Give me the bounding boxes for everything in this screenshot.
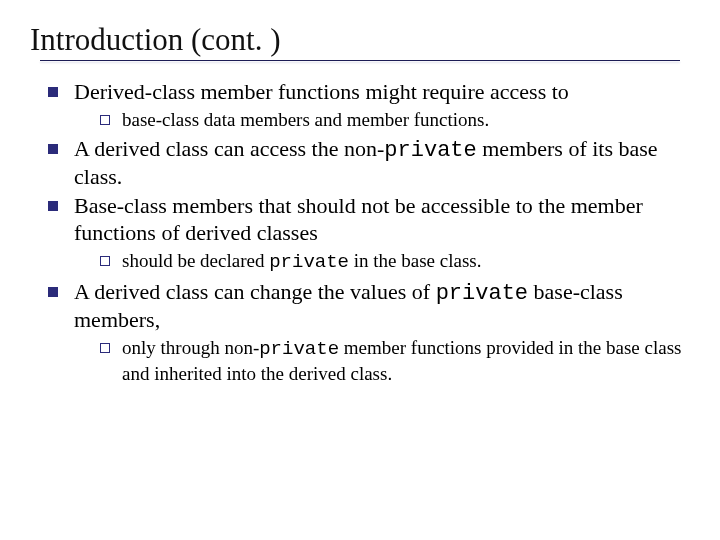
title-underline (40, 60, 680, 61)
bullet-1-sublist: base-class data members and member funct… (74, 108, 690, 132)
bullet-3-sub-1-code: private (269, 251, 349, 273)
bullet-3-sub-1-pre: should be declared (122, 250, 269, 271)
bullet-3: Base-class members that should not be ac… (44, 193, 690, 274)
bullet-1: Derived-class member functions might req… (44, 79, 690, 132)
slide: Introduction (cont. ) Derived-class memb… (0, 0, 720, 540)
title-block: Introduction (cont. ) (30, 22, 690, 61)
bullet-4-pre: A derived class can change the values of (74, 279, 436, 304)
bullet-4-sub-1-pre: only through non- (122, 337, 259, 358)
bullet-2-code: private (384, 138, 476, 163)
bullet-4-sublist: only through non-private member function… (74, 336, 690, 386)
bullet-3-sub-1-post: in the base class. (349, 250, 481, 271)
bullet-4-code: private (436, 281, 528, 306)
bullet-1-sub-1: base-class data members and member funct… (94, 108, 690, 132)
bullet-2-pre: A derived class can access the non- (74, 136, 384, 161)
bullet-3-sublist: should be declared private in the base c… (74, 249, 690, 275)
bullet-3-text: Base-class members that should not be ac… (74, 193, 643, 245)
bullet-4-sub-1-code: private (259, 338, 339, 360)
bullet-4: A derived class can change the values of… (44, 279, 690, 386)
body: Derived-class member functions might req… (30, 79, 690, 386)
bullet-list: Derived-class member functions might req… (30, 79, 690, 386)
bullet-4-sub-1: only through non-private member function… (94, 336, 690, 386)
bullet-2: A derived class can access the non-priva… (44, 136, 690, 192)
bullet-1-text: Derived-class member functions might req… (74, 79, 569, 104)
bullet-3-sub-1: should be declared private in the base c… (94, 249, 690, 275)
slide-title: Introduction (cont. ) (30, 22, 690, 58)
